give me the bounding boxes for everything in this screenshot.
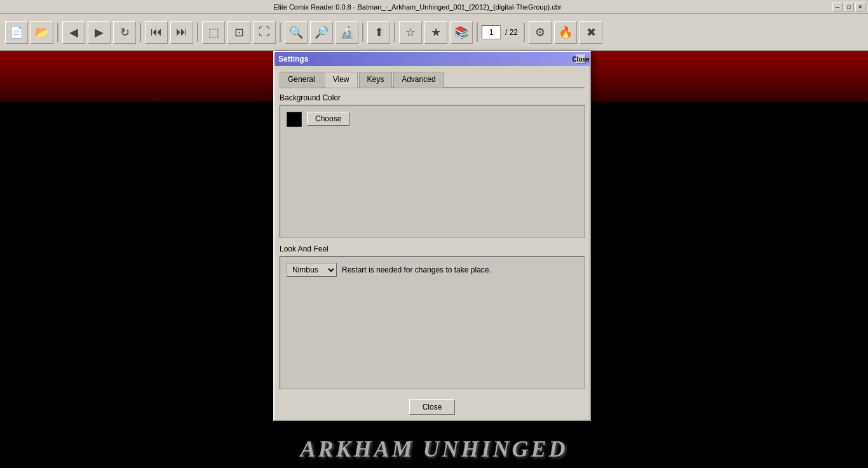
color-swatch[interactable] <box>287 112 302 127</box>
theme-select[interactable]: Nimbus GTK+ Metal Motif Windows <box>287 263 337 277</box>
toolbar-separator-1 <box>57 23 58 42</box>
background-color-area: Choose <box>280 105 585 238</box>
background-color-label: Background Color <box>280 93 585 102</box>
dialog-footer: Close <box>275 394 590 420</box>
library-button[interactable]: 📚 <box>450 21 473 44</box>
theme-row: Nimbus GTK+ Metal Motif Windows Restart … <box>287 263 578 277</box>
zoom-in-button[interactable]: 🔬 <box>336 21 358 44</box>
skip-back-button[interactable]: ⏮ <box>145 21 168 44</box>
window-title: Elite Comix Reader 0.0.8 - Batman_-_Arkh… <box>3 3 832 11</box>
fit-width-button[interactable]: ⬚ <box>202 21 225 44</box>
toolbar-separator-6 <box>394 23 395 42</box>
tab-keys[interactable]: Keys <box>359 72 393 88</box>
dialog-close-footer-button[interactable]: Close <box>409 399 456 415</box>
skip-forward-button[interactable]: ⏭ <box>170 21 193 44</box>
choose-color-button[interactable]: Choose <box>307 112 349 126</box>
maximize-button[interactable]: □ <box>844 3 854 11</box>
toolbar: 📄 📂 ◀ ▶ ↻ ⏮ ⏭ ⬚ ⊡ ⛶ 🔍 🔎 🔬 ⬆ ☆ ★ 📚 / 22 ⚙… <box>0 14 868 51</box>
arkham-title: ARKHAM UNHINGED <box>300 436 567 462</box>
settings-button[interactable]: ⚙ <box>529 21 552 44</box>
look-and-feel-area: Nimbus GTK+ Metal Motif Windows Restart … <box>280 256 585 389</box>
settings-tabs: General View Keys Advanced <box>280 71 585 88</box>
arrow-up-button[interactable]: ⬆ <box>367 21 390 44</box>
zoom-out-button[interactable]: 🔍 <box>285 21 308 44</box>
window-controls: ─ □ ✕ <box>832 3 865 11</box>
dialog-close-button[interactable]: Close <box>576 55 586 64</box>
look-and-feel-label: Look And Feel <box>280 244 585 253</box>
toolbar-separator-2 <box>140 23 141 42</box>
minimize-button[interactable]: ─ <box>832 3 843 11</box>
dialog-title: Settings <box>278 55 308 64</box>
fire-button[interactable]: 🔥 <box>554 21 577 44</box>
fullscreen-button[interactable]: ⛶ <box>253 21 276 44</box>
toolbar-separator-4 <box>280 23 281 42</box>
settings-dialog: Settings Close General View Keys Advance… <box>273 51 591 421</box>
dialog-content: General View Keys Advanced Background Co… <box>275 66 590 394</box>
tab-general[interactable]: General <box>280 72 323 88</box>
background-color-section: Background Color Choose <box>280 93 585 238</box>
toolbar-separator-5 <box>362 23 363 42</box>
page-input[interactable] <box>482 25 501 39</box>
new-button[interactable]: 📄 <box>5 21 28 44</box>
reload-button[interactable]: ↻ <box>113 21 136 44</box>
toolbar-separator-7 <box>477 23 478 42</box>
view-tab-content: Background Color Choose Look And Feel Ni… <box>280 93 585 389</box>
window-close-button[interactable]: ✕ <box>855 3 865 11</box>
open-button[interactable]: 📂 <box>31 21 53 44</box>
forward-button[interactable]: ▶ <box>88 21 111 44</box>
title-bar: Elite Comix Reader 0.0.8 - Batman_-_Arkh… <box>0 0 868 14</box>
zoom-fit-button[interactable]: 🔎 <box>310 21 333 44</box>
bookmark-button[interactable]: ☆ <box>399 21 422 44</box>
toolbar-separator-3 <box>197 23 198 42</box>
bottom-text: ARKHAM UNHINGED <box>0 430 868 468</box>
look-and-feel-section: Look And Feel Nimbus GTK+ Metal Motif Wi… <box>280 244 585 389</box>
toolbar-separator-8 <box>524 23 525 42</box>
tab-advanced[interactable]: Advanced <box>393 72 444 88</box>
bookmark2-button[interactable]: ★ <box>424 21 447 44</box>
tab-view[interactable]: View <box>325 72 358 88</box>
back-button[interactable]: ◀ <box>62 21 85 44</box>
page-total: / 22 <box>505 28 518 37</box>
tools-button[interactable]: ✖ <box>580 21 602 44</box>
restart-notice: Restart is needed for changes to take pl… <box>342 265 491 274</box>
fit-height-button[interactable]: ⊡ <box>227 21 250 44</box>
dialog-title-bar: Settings Close <box>275 52 590 66</box>
